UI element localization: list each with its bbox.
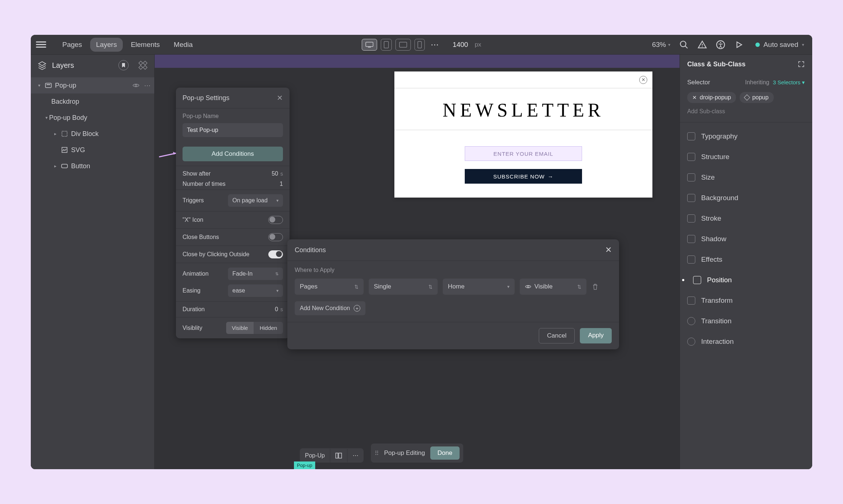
add-new-condition-button[interactable]: Add New Condition + — [295, 301, 365, 315]
close-icon[interactable]: ✕ — [639, 76, 647, 84]
svg-icon — [61, 146, 68, 154]
tab-elements[interactable]: Elements — [125, 38, 166, 52]
top-tabs: Pages Layers Elements Media — [56, 38, 199, 52]
email-input[interactable]: ENTER YOUR EMAIL — [465, 146, 582, 161]
svg-line-6 — [685, 46, 688, 48]
arrow-right-icon: → — [548, 173, 553, 180]
tab-pages[interactable]: Pages — [56, 38, 88, 52]
drag-handle-icon[interactable]: ⠿ — [375, 450, 379, 457]
selector-count[interactable]: 3 Selectors ▾ — [773, 79, 805, 86]
delete-icon[interactable] — [592, 283, 599, 290]
condition-type-select[interactable]: Pages⇅ — [295, 279, 364, 295]
device-mobile-icon[interactable] — [415, 39, 425, 51]
canvas-width[interactable]: 1400 — [453, 41, 468, 49]
duration-value[interactable]: 0 — [275, 306, 278, 313]
selector-label: Selector — [687, 79, 710, 86]
prop-background[interactable]: Background — [680, 188, 812, 208]
device-switcher: ⋯ 1400 px — [362, 39, 481, 51]
triggers-select[interactable]: On page load▾ — [228, 194, 283, 207]
device-tablet-portrait-icon[interactable] — [381, 39, 392, 51]
popup-name-input[interactable]: Test Pop-up — [183, 123, 283, 137]
add-subclass-input[interactable]: Add Sub-class — [687, 108, 805, 115]
done-button[interactable]: Done — [430, 446, 460, 460]
svg-rect-0 — [366, 42, 373, 47]
close-icon[interactable]: ✕ — [605, 245, 612, 255]
svg-point-10 — [720, 42, 721, 43]
effects-icon — [687, 255, 695, 264]
class-chip-popup[interactable]: popup — [740, 92, 774, 103]
style-panel-title: Class & Sub-Class — [687, 60, 746, 68]
prop-transform[interactable]: Transform — [680, 290, 812, 311]
prop-position[interactable]: Position — [680, 270, 812, 290]
num-times-value[interactable]: 1 — [280, 181, 283, 187]
save-status[interactable]: Auto saved ▾ — [752, 39, 807, 50]
arrow-annotation-icon — [158, 151, 180, 158]
close-outside-toggle[interactable] — [268, 250, 283, 258]
condition-page-select[interactable]: Home▾ — [443, 279, 515, 295]
app-window: Pages Layers Elements Media ⋯ 1400 px 63… — [31, 35, 812, 469]
svg-rect-21 — [336, 453, 338, 458]
subscribe-label: SUBSCRIBE NOW — [493, 173, 545, 180]
layer-row-backdrop[interactable]: Backdrop — [31, 93, 154, 110]
newsletter-title: NEWSLETTER — [394, 88, 652, 130]
close-outside-label: Close by Clicking Outside — [183, 251, 249, 258]
prop-shadow[interactable]: Shadow — [680, 229, 812, 249]
breadcrumb-layout-icon[interactable] — [330, 449, 347, 462]
more-icon[interactable]: ⋯ — [144, 81, 151, 89]
play-icon[interactable] — [734, 40, 744, 49]
chevron-right-icon: ▸ — [53, 163, 58, 169]
prop-structure[interactable]: Structure — [680, 147, 812, 167]
device-desktop-icon[interactable] — [362, 39, 377, 51]
layer-row-popup-body[interactable]: ▾ Pop-up Body — [31, 110, 154, 126]
editing-label: Pop-up Editing — [384, 449, 425, 457]
search-icon[interactable] — [679, 40, 689, 49]
prop-interaction[interactable]: Interaction — [680, 331, 812, 352]
layer-row-svg[interactable]: SVG — [31, 142, 154, 158]
close-buttons-toggle[interactable] — [268, 233, 283, 241]
components-icon[interactable] — [138, 60, 148, 70]
layer-row-div[interactable]: ▸ Div Block — [31, 126, 154, 142]
x-icon-toggle[interactable] — [268, 216, 283, 224]
prop-transition[interactable]: Transition — [680, 311, 812, 331]
warning-icon[interactable] — [697, 40, 707, 49]
subscribe-button[interactable]: SUBSCRIBE NOW → — [465, 169, 582, 184]
add-conditions-button[interactable]: Add Conditions — [183, 147, 283, 161]
device-tablet-landscape-icon[interactable] — [395, 39, 411, 51]
save-dot-icon — [755, 43, 760, 47]
div-icon — [61, 130, 68, 137]
prop-stroke[interactable]: Stroke — [680, 208, 812, 229]
condition-visibility-select[interactable]: Visible ⇅ — [520, 279, 586, 295]
visibility-visible-option[interactable]: Visible — [226, 322, 254, 334]
chevron-down-icon: ▾ — [668, 42, 670, 47]
apply-button[interactable]: Apply — [580, 328, 612, 343]
device-more-icon[interactable]: ⋯ — [428, 40, 441, 49]
prop-typography[interactable]: Typography — [680, 126, 812, 147]
visibility-hidden-option[interactable]: Hidden — [254, 322, 283, 334]
bookmark-icon[interactable] — [118, 60, 129, 70]
show-after-value[interactable]: 50 — [272, 170, 278, 177]
layer-row-button[interactable]: ▸ Button — [31, 158, 154, 174]
prop-effects[interactable]: Effects — [680, 249, 812, 270]
popup-header: ✕ — [394, 71, 652, 88]
settings-header: Pop-up Settings ✕ — [176, 88, 290, 108]
zoom-control[interactable]: 63% ▾ — [652, 41, 670, 49]
accessibility-icon[interactable] — [716, 40, 725, 49]
breadcrumb-popup[interactable]: Pop-Up — [300, 449, 330, 463]
layer-label: Backdrop — [51, 98, 79, 106]
class-chip-droip-popup[interactable]: ✕ droip-popup — [687, 92, 736, 103]
prop-size[interactable]: Size — [680, 167, 812, 188]
structure-icon — [687, 153, 695, 161]
menu-icon[interactable] — [36, 41, 46, 48]
cancel-button[interactable]: Cancel — [539, 328, 575, 343]
condition-scope-select[interactable]: Single⇅ — [369, 279, 438, 295]
name-label: Pop-up Name — [183, 113, 283, 119]
tab-layers[interactable]: Layers — [90, 38, 123, 52]
visibility-icon[interactable] — [132, 82, 140, 89]
layer-row-popup[interactable]: ▾ Pop-up ⋯ — [31, 77, 154, 93]
tab-media[interactable]: Media — [168, 38, 199, 52]
easing-select[interactable]: ease▾ — [228, 284, 283, 297]
animation-select[interactable]: Fade-In⇅ — [228, 268, 283, 280]
breadcrumb-more-icon[interactable]: ⋯ — [347, 448, 364, 463]
close-icon[interactable]: ✕ — [277, 93, 283, 102]
expand-icon[interactable] — [798, 60, 805, 68]
